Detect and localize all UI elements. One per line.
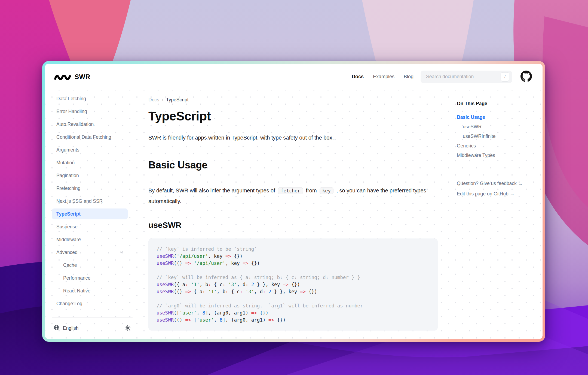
toc-item-useswrinfinite[interactable]: useSWRInfinite <box>457 132 534 141</box>
sidebar-item-suspense[interactable]: Suspense <box>52 221 128 232</box>
section-divider <box>148 177 438 177</box>
chevron-right-icon: › <box>162 97 163 102</box>
language-switcher[interactable]: English <box>54 325 78 332</box>
toc-footer-link-question-give-us-feedbac[interactable]: Question? Give us feedback → <box>457 181 534 186</box>
github-icon <box>520 71 532 83</box>
main-content: Docs › TypeScript TypeScript SWR is frie… <box>140 90 457 339</box>
sidebar-item-label: Pagination <box>56 173 79 179</box>
code-block: // `key` is inferred to be `string`useSW… <box>148 238 438 331</box>
toc-item-useswr[interactable]: useSWR <box>457 122 534 132</box>
docs-site: SWR DocsExamplesBlog / Data FetchingErro… <box>45 64 543 339</box>
sidebar-item-label: Middleware <box>56 237 81 243</box>
logo-text: SWR <box>75 73 90 81</box>
sidebar-menu: Data FetchingError HandlingAuto Revalida… <box>52 93 128 309</box>
sidebar-item-data-fetching[interactable]: Data Fetching <box>52 93 128 104</box>
nav-docs[interactable]: Docs <box>352 74 364 80</box>
sidebar-item-conditional-data-fetching[interactable]: Conditional Data Fetching <box>52 132 128 143</box>
sidebar-item-label: Conditional Data Fetching <box>56 134 111 140</box>
sidebar-item-label: React Native <box>63 288 90 294</box>
toc-item-middleware-types[interactable]: Middleware Types <box>457 151 534 160</box>
sidebar-item-label: Advanced <box>56 250 78 255</box>
breadcrumb-docs[interactable]: Docs <box>148 97 159 103</box>
sidebar-item-typescript[interactable]: TypeScript <box>52 208 128 219</box>
globe-icon <box>54 325 60 332</box>
basic-usage-heading: Basic Usage <box>148 159 438 171</box>
search-box[interactable]: / <box>421 71 512 83</box>
breadcrumb-current: TypeScript <box>166 97 189 103</box>
sidebar-item-error-handling[interactable]: Error Handling <box>52 106 128 117</box>
toc: On This Page Basic UsageuseSWRuseSWRInfi… <box>457 90 543 339</box>
sidebar-item-label: Next.js SSG and SSR <box>56 198 103 204</box>
swr-wave-icon <box>54 72 71 81</box>
sidebar-item-label: Suspense <box>56 224 78 230</box>
toc-footer-link-edit-this-page-on-github[interactable]: Edit this page on GitHub → <box>457 191 534 197</box>
sidebar-item-label: Arguments <box>56 147 79 153</box>
sidebar-item-change-log[interactable]: Change Log <box>52 298 128 309</box>
content-area: Data FetchingError HandlingAuto Revalida… <box>45 90 543 339</box>
sidebar-subsection: CachePerformanceReact Native <box>56 260 128 296</box>
browser-window: SWR DocsExamplesBlog / Data FetchingErro… <box>42 61 545 342</box>
sidebar-item-label: Performance <box>63 275 90 281</box>
github-link[interactable] <box>520 71 532 83</box>
sidebar-item-prefetching[interactable]: Prefetching <box>52 183 128 194</box>
inline-code: key <box>320 187 333 194</box>
language-label: English <box>63 325 78 331</box>
intro-paragraph: SWR is friendly for apps written in Type… <box>148 133 438 143</box>
sidebar-item-middleware[interactable]: Middleware <box>52 234 128 245</box>
header-nav: DocsExamplesBlog <box>352 74 414 80</box>
sidebar-item-label: TypeScript <box>56 211 81 217</box>
sidebar-item-react-native[interactable]: React Native <box>59 285 128 296</box>
sidebar-item-label: Change Log <box>56 301 82 307</box>
sun-icon <box>124 325 131 332</box>
sidebar-item-arguments[interactable]: Arguments <box>52 144 128 155</box>
search-input[interactable] <box>426 74 501 80</box>
toc-item-generics[interactable]: Generics <box>457 141 534 151</box>
useswr-heading: useSWR <box>148 220 438 230</box>
toc-heading: On This Page <box>457 101 534 107</box>
slash-shortcut-key: / <box>501 72 509 81</box>
toc-footer: Question? Give us feedback →Edit this pa… <box>457 181 534 197</box>
bottom-paragraph: You can also explicitly specify the type… <box>148 338 438 339</box>
page-title: TypeScript <box>148 109 438 123</box>
nav-examples[interactable]: Examples <box>373 74 394 80</box>
sidebar: Data FetchingError HandlingAuto Revalida… <box>45 90 140 339</box>
toc-divider <box>457 170 534 170</box>
sidebar-item-auto-revalidation[interactable]: Auto Revalidation <box>52 119 128 130</box>
site-header: SWR DocsExamplesBlog / <box>45 64 543 90</box>
sidebar-item-label: Error Handling <box>56 109 87 114</box>
sidebar-item-label: Prefetching <box>56 186 81 191</box>
toc-list: Basic UsageuseSWRuseSWRInfiniteGenericsM… <box>457 113 534 160</box>
sidebar-item-mutation[interactable]: Mutation <box>52 157 128 168</box>
sidebar-item-advanced[interactable]: Advanced <box>52 247 128 258</box>
sidebar-item-label: Data Fetching <box>56 96 86 102</box>
swr-logo[interactable]: SWR <box>54 72 90 81</box>
sidebar-item-cache[interactable]: Cache <box>59 260 128 271</box>
breadcrumb: Docs › TypeScript <box>148 97 438 103</box>
sidebar-footer: English <box>52 317 133 339</box>
sidebar-item-label: Cache <box>63 262 77 268</box>
nav-blog[interactable]: Blog <box>404 74 414 80</box>
infer-paragraph: By default, SWR will also infer the argu… <box>148 185 438 206</box>
sidebar-item-next-js-ssg-and-ssr[interactable]: Next.js SSG and SSR <box>52 196 128 207</box>
chevron-down-icon <box>119 250 124 255</box>
theme-toggle[interactable] <box>124 325 131 332</box>
toc-item-basic-usage[interactable]: Basic Usage <box>457 113 534 122</box>
sidebar-item-label: Mutation <box>56 160 75 166</box>
sidebar-item-label: Auto Revalidation <box>56 122 94 127</box>
sidebar-item-performance[interactable]: Performance <box>59 273 128 283</box>
sidebar-item-pagination[interactable]: Pagination <box>52 170 128 181</box>
inline-code: fetcher <box>278 187 303 194</box>
